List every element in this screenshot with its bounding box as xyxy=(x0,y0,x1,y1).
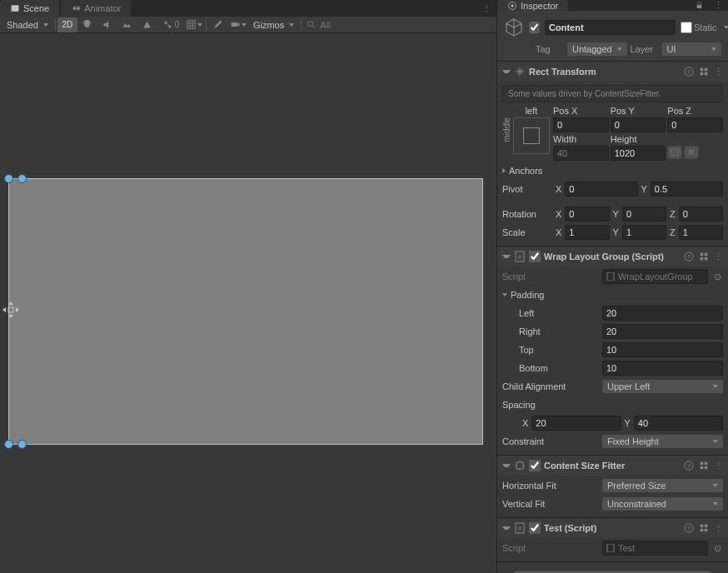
preset-icon[interactable] xyxy=(699,461,709,471)
component-menu-icon[interactable]: ⋮ xyxy=(714,252,723,262)
pivot-x-field[interactable] xyxy=(565,182,637,197)
script-field: WrapLayoutGroup xyxy=(602,269,708,284)
shading-mode-label: Shaded xyxy=(7,20,38,30)
raw-edit-button[interactable]: R xyxy=(684,146,699,159)
static-checkbox[interactable] xyxy=(681,22,692,33)
fx-toggle[interactable] xyxy=(117,17,137,32)
rect-handle-bl[interactable] xyxy=(4,440,13,449)
help-icon[interactable]: ? xyxy=(684,252,694,262)
svg-rect-11 xyxy=(701,68,703,71)
rect-transform-header[interactable]: Rect Transform ? ⋮ xyxy=(497,62,728,82)
scene-view[interactable] xyxy=(0,33,496,573)
spacing-x-field[interactable] xyxy=(531,416,621,431)
rect-handle-tl2[interactable] xyxy=(17,174,27,183)
help-icon[interactable]: ? xyxy=(684,461,694,471)
grid-toggle[interactable] xyxy=(184,17,204,32)
layer-dropdown[interactable]: UI xyxy=(662,42,722,56)
preset-icon[interactable] xyxy=(699,67,709,77)
gameobject-icon[interactable] xyxy=(504,16,524,39)
pad-left-field[interactable] xyxy=(602,306,723,321)
tab-inspector[interactable]: Inspector xyxy=(497,0,568,11)
padding-fold[interactable] xyxy=(502,293,507,296)
scale-y-field[interactable] xyxy=(622,225,666,240)
scale-x-field[interactable] xyxy=(565,225,609,240)
static-dropdown[interactable] xyxy=(724,26,728,29)
tools-toggle[interactable] xyxy=(208,17,228,32)
scene-search[interactable] xyxy=(303,20,390,30)
csf-enabled[interactable] xyxy=(529,460,541,471)
component-menu-icon[interactable]: ⋮ xyxy=(714,67,723,77)
component-menu-icon[interactable]: ⋮ xyxy=(714,461,723,471)
vert-fit-dropdown[interactable]: Unconstrained xyxy=(602,497,723,511)
pivot-y-field[interactable] xyxy=(651,182,723,197)
driven-hint: Some values driven by ContentSizeFitter. xyxy=(502,85,723,102)
scene-visibility-toggle[interactable] xyxy=(137,17,157,32)
horiz-fit-dropdown[interactable]: Preferred Size xyxy=(602,479,723,492)
posy-field[interactable] xyxy=(611,117,666,132)
svg-rect-38 xyxy=(701,529,703,531)
svg-text:#: # xyxy=(518,526,521,531)
camera-toggle[interactable] xyxy=(228,17,248,32)
pad-bottom-field[interactable] xyxy=(602,361,723,376)
shading-mode-dropdown[interactable]: Shaded xyxy=(2,17,53,32)
scene-search-input[interactable] xyxy=(320,20,386,30)
test-title: Test (Script) xyxy=(544,523,681,533)
wrap-layout-header[interactable]: # Wrap Layout Group (Script) ? ⋮ xyxy=(497,247,728,267)
tab-animator[interactable]: Animator xyxy=(61,0,131,17)
test-script-header[interactable]: # Test (Script) ? ⋮ xyxy=(497,518,728,538)
content-size-fitter-header[interactable]: Content Size Fitter ? ⋮ xyxy=(497,456,728,476)
component-menu-icon[interactable]: ⋮ xyxy=(714,523,723,534)
rect-handle-tl[interactable] xyxy=(4,174,13,183)
width-label: Width xyxy=(553,134,609,144)
help-icon[interactable]: ? xyxy=(684,523,694,533)
wrap-layout-enabled[interactable] xyxy=(529,251,541,262)
inspector-tab-menu[interactable]: ⋮ xyxy=(709,0,728,11)
scene-tab-menu[interactable]: ⋮ xyxy=(477,0,496,17)
audio-toggle[interactable] xyxy=(97,17,117,32)
lock-icon[interactable] xyxy=(695,1,704,10)
child-align-dropdown[interactable]: Upper Left xyxy=(602,380,723,393)
rot-z-field[interactable] xyxy=(679,207,723,222)
blueprint-mode-button[interactable] xyxy=(667,146,682,159)
rot-x-field[interactable] xyxy=(565,207,609,222)
svg-rect-0 xyxy=(12,5,19,12)
preset-icon[interactable] xyxy=(699,523,709,533)
tab-scene[interactable]: Scene xyxy=(0,0,59,17)
anchor-preset-button[interactable] xyxy=(513,117,550,154)
anchors-fold[interactable] xyxy=(502,168,506,173)
child-align-label: Child Alignment xyxy=(502,381,599,391)
posx-field[interactable] xyxy=(553,117,609,132)
gameobject-header: Static Tag Untagged Layer UI xyxy=(497,11,728,62)
anchors-label: Anchors xyxy=(509,166,597,176)
preset-icon[interactable] xyxy=(699,252,709,262)
test-enabled[interactable] xyxy=(529,522,541,534)
scale-z-field[interactable] xyxy=(679,225,723,240)
gameobject-name-field[interactable] xyxy=(545,20,676,35)
scene-selected-rect[interactable] xyxy=(8,178,483,445)
rot-y-field[interactable] xyxy=(622,207,666,222)
horiz-fit-label: Horizontal Fit xyxy=(502,481,599,491)
tag-dropdown[interactable]: Untagged xyxy=(567,42,627,56)
object-picker-icon[interactable]: ⊙ xyxy=(711,272,723,282)
pivot-label: Pivot xyxy=(502,184,552,194)
csf-icon xyxy=(514,460,526,471)
help-icon[interactable]: ? xyxy=(684,67,694,77)
fold-icon xyxy=(502,526,511,530)
mode-2d-toggle[interactable]: 2D xyxy=(57,17,77,32)
svg-text:?: ? xyxy=(687,526,691,531)
spacing-y-field[interactable] xyxy=(634,416,723,431)
gizmos-dropdown[interactable]: Gizmos xyxy=(248,17,299,32)
svg-rect-24 xyxy=(607,272,614,281)
posz-field[interactable] xyxy=(667,117,723,132)
constraint-dropdown[interactable]: Fixed Height xyxy=(602,435,723,448)
rect-handle-bl2[interactable] xyxy=(17,440,27,449)
gameobject-enabled-checkbox[interactable] xyxy=(529,22,540,33)
debug-draw-toggle[interactable]: 0 xyxy=(157,17,184,32)
posx-label: Pos X xyxy=(553,106,609,116)
height-field[interactable] xyxy=(611,146,666,161)
lighting-toggle[interactable] xyxy=(77,17,97,32)
object-picker-icon[interactable]: ⊙ xyxy=(711,543,723,554)
pad-right-field[interactable] xyxy=(602,324,723,339)
posy-label: Pos Y xyxy=(611,106,666,116)
pad-top-field[interactable] xyxy=(602,342,723,357)
